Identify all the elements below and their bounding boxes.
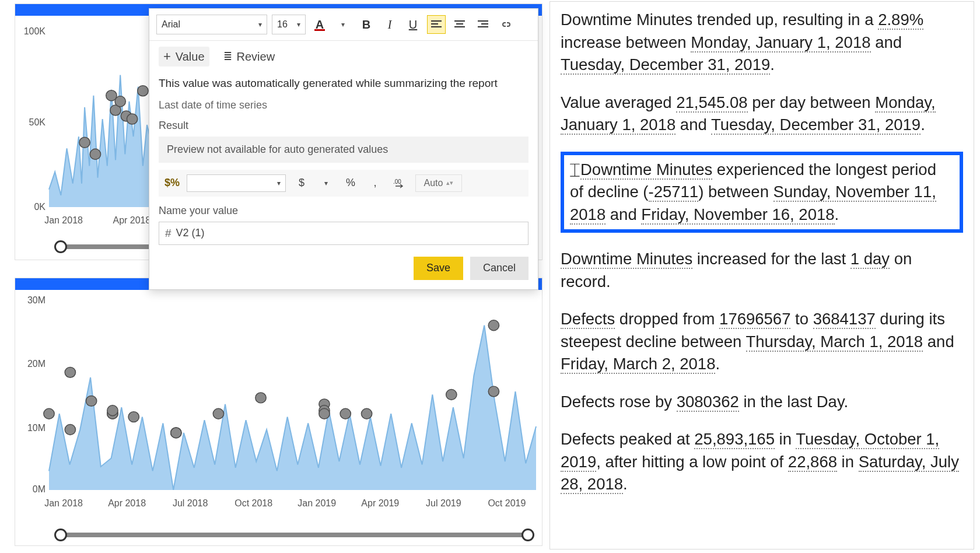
x-tick: Oct 2019 (488, 498, 526, 509)
svg-point-4 (115, 96, 125, 107)
chevron-down-icon: ▾ (324, 179, 328, 187)
save-button[interactable]: Save (414, 257, 463, 280)
format-type-select[interactable]: ▾ (187, 174, 286, 192)
tab-review[interactable]: ≣ Review (223, 50, 275, 64)
slider-handle-left[interactable] (54, 528, 67, 541)
y-tick: 10M (15, 423, 46, 433)
font-size-select[interactable]: 16 ▾ (272, 15, 306, 34)
value-editor-popup: Arial ▾ 16 ▾ A ▾ B I U + Value ≣ (149, 8, 538, 290)
dynamic-value[interactable]: Thursday, March 1, 2018 (746, 332, 923, 352)
value-name-input[interactable]: # V2 (1) (159, 222, 528, 245)
dynamic-value[interactable]: -25711 (649, 183, 699, 202)
dynamic-value[interactable]: 21,545.08 (676, 93, 747, 113)
y-axis-chart2: 30M 20M 10M 0M (15, 290, 48, 496)
dynamic-value[interactable]: Monday, January 1, 2018 (691, 33, 870, 52)
slider-handle-right[interactable] (522, 528, 534, 541)
svg-point-26 (361, 408, 372, 419)
dynamic-value[interactable]: 1 day (850, 250, 890, 269)
decimals-icon: .00 (393, 178, 406, 188)
chart-defects[interactable]: 30M 20M 10M 0M Jan 2018 Apr 2018 Jul 201… (15, 278, 542, 546)
narrative-paragraph: Downtime Minutes trended up, resulting i… (561, 9, 963, 76)
y-tick: 100K (15, 26, 46, 37)
dynamic-value[interactable]: Defects (561, 310, 615, 329)
svg-point-28 (488, 320, 499, 331)
percent-button[interactable]: % (342, 174, 359, 192)
x-tick: Jul 2018 (173, 498, 208, 509)
svg-point-6 (127, 114, 137, 124)
tab-value[interactable]: + Value (159, 47, 209, 66)
dynamic-value[interactable]: 25,893,165 (694, 430, 775, 449)
value-name-text: V2 (1) (176, 227, 205, 239)
x-tick: Apr 2018 (108, 498, 146, 509)
svg-point-29 (488, 386, 499, 397)
auto-format-button[interactable]: Auto ▴▾ (415, 174, 462, 192)
comma-button[interactable]: , (366, 174, 384, 192)
svg-point-24 (319, 408, 330, 419)
format-icon: $% (164, 177, 180, 189)
text-format-toolbar: Arial ▾ 16 ▾ A ▾ B I U (149, 9, 538, 41)
x-tick: Jan 2019 (298, 498, 336, 509)
font-color-button[interactable]: A (310, 15, 329, 34)
svg-point-11 (65, 425, 75, 435)
narrative-paragraph: Defects rose by 3080362 in the last Day. (561, 391, 963, 414)
font-size-value: 16 (277, 19, 288, 30)
plot-area-chart2[interactable] (49, 293, 536, 496)
dynamic-value[interactable]: Friday, March 2, 2018 (561, 355, 715, 374)
slider-handle-left[interactable] (54, 240, 67, 253)
bold-button[interactable]: B (357, 15, 376, 34)
popup-body: This value was automatically generated w… (149, 72, 538, 289)
dynamic-value[interactable]: 17696567 (719, 310, 790, 329)
popup-buttons: Save Cancel (159, 257, 528, 280)
smart-narrative-panel[interactable]: Downtime Minutes trended up, resulting i… (550, 1, 974, 550)
dynamic-value[interactable]: Downtime Minutes (561, 250, 692, 269)
y-tick: 0M (15, 484, 46, 495)
currency-dropdown[interactable]: ▾ (317, 174, 335, 192)
y-tick: 20M (15, 359, 46, 369)
dynamic-value[interactable]: Friday, November 16, 2018 (641, 205, 834, 225)
cancel-button[interactable]: Cancel (470, 257, 528, 280)
dynamic-value[interactable]: 3080362 (677, 393, 739, 412)
dynamic-value[interactable]: Tuesday, December 31, 2019 (711, 116, 921, 135)
currency-button[interactable]: $ (293, 174, 310, 192)
x-tick: Jul 2019 (426, 498, 461, 509)
name-label: Name your value (159, 205, 528, 217)
y-tick: 50K (15, 117, 46, 128)
y-tick: 0K (15, 202, 46, 212)
font-color-dropdown[interactable]: ▾ (334, 15, 352, 34)
svg-point-13 (86, 396, 96, 406)
svg-point-21 (256, 393, 266, 403)
align-left-icon (431, 20, 442, 29)
time-slider-chart2[interactable] (61, 533, 528, 537)
narrative-paragraph: Defects peaked at 25,893,165 in Tuesday,… (561, 428, 963, 496)
svg-point-27 (446, 390, 457, 400)
chevron-down-icon: ▾ (258, 20, 262, 29)
x-tick: Jan 2018 (44, 498, 83, 509)
result-preview: Preview not available for auto generated… (159, 136, 528, 163)
link-button[interactable] (497, 15, 516, 34)
x-tick: Apr 2018 (113, 215, 150, 226)
dynamic-value[interactable]: 22,868 (788, 453, 837, 472)
align-right-icon (478, 20, 488, 29)
align-center-button[interactable] (450, 15, 469, 34)
font-family-select[interactable]: Arial ▾ (156, 15, 267, 34)
x-tick: Jan 2018 (44, 215, 83, 226)
underline-button[interactable]: U (404, 15, 422, 34)
svg-point-0 (79, 137, 90, 148)
font-family-value: Arial (162, 19, 180, 30)
svg-point-19 (171, 428, 181, 438)
align-left-button[interactable] (427, 15, 446, 34)
x-axis-chart2: Jan 2018 Apr 2018 Jul 2018 Oct 2018 Jan … (49, 496, 536, 514)
selected-narrative-sentence[interactable]: ⌶Downtime Minutes experienced the longes… (561, 152, 963, 233)
dynamic-value[interactable]: Tuesday, December 31, 2019 (561, 55, 770, 75)
x-tick: Oct 2018 (235, 498, 272, 509)
decimals-button[interactable]: .00 (391, 174, 408, 192)
svg-point-20 (213, 408, 223, 419)
plus-icon: + (163, 49, 171, 64)
dynamic-value[interactable]: 2.89% (878, 10, 923, 30)
narrative-paragraph: Defects dropped from 17696567 to 3684137… (561, 308, 963, 376)
italic-button[interactable]: I (380, 15, 399, 34)
svg-text:.00: .00 (393, 178, 401, 185)
dynamic-value[interactable]: Downtime Minutes (580, 160, 712, 180)
align-right-button[interactable] (474, 15, 492, 34)
dynamic-value[interactable]: 3684137 (813, 310, 876, 329)
